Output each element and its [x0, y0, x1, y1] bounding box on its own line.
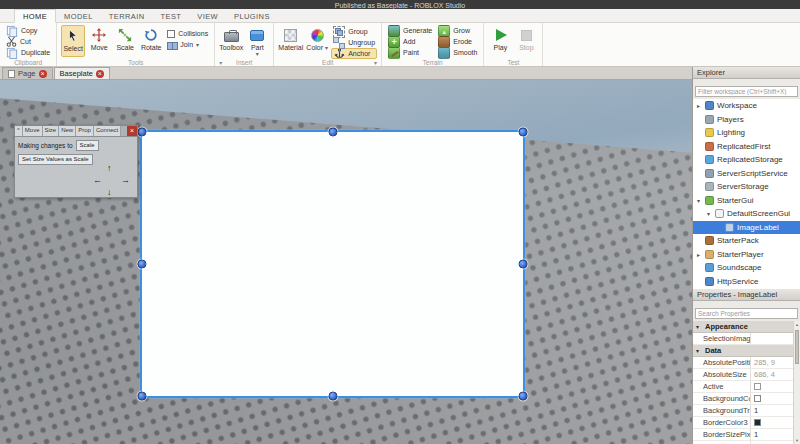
toolbox-button[interactable]: Toolbox	[219, 25, 243, 57]
ribbon-group-insert: Toolbox Part Insert	[215, 23, 274, 66]
tab-model[interactable]: MODEL	[56, 10, 101, 22]
tree-item-soundscape[interactable]: Soundscape	[693, 261, 800, 275]
close-icon[interactable]	[96, 70, 104, 78]
material-button[interactable]: Material	[278, 25, 303, 57]
expand-arrow-icon[interactable]	[695, 197, 702, 204]
tab-test[interactable]: TEST	[153, 10, 190, 22]
resize-tool-panel[interactable]: ^ Move Size New Prop Connect Making chan…	[14, 125, 138, 198]
panel-collapse-button[interactable]: ^	[15, 126, 23, 136]
terrain-smooth-button[interactable]: Smooth	[436, 47, 479, 58]
tab-home[interactable]: HOME	[14, 9, 56, 23]
section-data[interactable]: Data	[693, 345, 793, 357]
imagelabel-selection-rect[interactable]	[140, 130, 525, 398]
copy-button[interactable]: Copy	[4, 25, 52, 36]
resize-handle-top-left[interactable]	[138, 128, 147, 137]
terrain-add-button[interactable]: Add	[386, 36, 434, 47]
terrain-paint-button[interactable]: Paint	[386, 47, 434, 58]
properties-scrollbar[interactable]	[793, 321, 800, 444]
resize-handle-bottom-left[interactable]	[138, 392, 147, 401]
tab-view[interactable]: VIEW	[189, 10, 226, 22]
property-row[interactable]: AbsolutePosition 285, 9	[693, 357, 793, 369]
rotate-tool-button[interactable]: Rotate	[139, 25, 163, 57]
arrow-right-icon[interactable]: →	[121, 176, 130, 185]
duplicate-button[interactable]: Duplicate	[4, 47, 52, 58]
arrow-up-icon[interactable]: ↑	[107, 164, 112, 173]
color-swatch[interactable]	[754, 419, 761, 426]
property-row[interactable]: BackgroundColor3	[693, 393, 793, 405]
arrow-down-icon[interactable]: ↓	[107, 188, 112, 197]
close-icon[interactable]	[127, 126, 137, 136]
tree-item-imagelabel[interactable]: ImageLabel	[693, 221, 800, 235]
ungroup-button[interactable]: Ungroup	[331, 37, 377, 48]
property-row[interactable]: AbsoluteSize 686, 4	[693, 369, 793, 381]
search-properties-input[interactable]	[695, 308, 798, 319]
tab-plugins[interactable]: PLUGINS	[226, 10, 278, 22]
terrain-erode-button[interactable]: Erode	[436, 36, 479, 47]
section-appearance[interactable]: Appearance	[693, 321, 793, 333]
resize-handle-top-right[interactable]	[519, 128, 528, 137]
collisions-toggle[interactable]: Collisions	[165, 28, 210, 39]
scrollbar-thumb[interactable]	[795, 330, 799, 364]
panel-tab-move[interactable]: Move	[23, 126, 43, 136]
terrain-grow-button[interactable]: Grow	[436, 25, 479, 36]
resize-handle-top[interactable]	[328, 128, 337, 137]
terrain-generate-button[interactable]: Generate	[386, 25, 434, 36]
tree-item-replicatedstorage[interactable]: ReplicatedStorage	[693, 153, 800, 167]
tree-item-lighting[interactable]: Lighting	[693, 126, 800, 140]
set-size-values-button[interactable]: Set Size Values as Scale	[18, 154, 93, 165]
expand-arrow-icon[interactable]	[695, 251, 702, 258]
move-tool-button[interactable]: Move	[87, 25, 111, 57]
tree-item-replicatedfirst[interactable]: ReplicatedFirst	[693, 140, 800, 154]
resize-handle-right[interactable]	[519, 260, 528, 269]
tree-item-defaultscreengui[interactable]: DefaultScreenGui	[693, 207, 800, 221]
tree-item-workspace[interactable]: Workspace	[693, 99, 800, 113]
terrain-erode-icon	[438, 36, 450, 48]
cut-button[interactable]: Cut	[4, 36, 52, 47]
tree-item-serverstorage[interactable]: ServerStorage	[693, 180, 800, 194]
tree-item-starterplayer[interactable]: StarterPlayer	[693, 248, 800, 262]
anchor-button[interactable]: Anchor	[331, 48, 377, 59]
starterpack-icon	[705, 236, 714, 245]
explorer-filter	[693, 79, 800, 99]
property-row[interactable]: SelectionImageObject	[693, 333, 793, 345]
scale-tool-button[interactable]: Scale	[113, 25, 137, 57]
cut-scissors-icon	[6, 36, 17, 48]
stop-button[interactable]: Stop	[514, 25, 538, 57]
panel-tab-new[interactable]: New	[59, 126, 76, 136]
expand-arrow-icon[interactable]	[705, 210, 712, 217]
tab-page[interactable]: Page	[2, 67, 53, 79]
resize-handle-bottom-right[interactable]	[519, 392, 528, 401]
tree-item-serverscriptservice[interactable]: ServerScriptService	[693, 167, 800, 181]
property-row[interactable]: Active	[693, 381, 793, 393]
close-icon[interactable]	[39, 70, 47, 78]
color-swatch[interactable]	[754, 395, 761, 402]
tab-terrain[interactable]: TERRAIN	[101, 10, 153, 22]
tree-item-httpservice[interactable]: HttpService	[693, 275, 800, 289]
scale-mode-button[interactable]: Scale	[76, 140, 99, 151]
panel-tab-prop[interactable]: Prop	[76, 126, 94, 136]
resize-handle-left[interactable]	[138, 260, 147, 269]
properties-panel: Properties - ImageLabel Appearance Selec…	[693, 289, 800, 444]
duplicate-icon	[7, 47, 17, 57]
play-button[interactable]: Play	[488, 25, 512, 57]
tree-item-starterpack[interactable]: StarterPack	[693, 234, 800, 248]
expand-arrow-icon[interactable]	[695, 102, 702, 109]
property-row[interactable]: BorderColor3	[693, 417, 793, 429]
group-button[interactable]: Group	[331, 26, 377, 37]
tree-item-startergui[interactable]: StarterGui	[693, 194, 800, 208]
viewport-3d[interactable]: ^ Move Size New Prop Connect Making chan…	[0, 80, 692, 444]
panel-tab-size[interactable]: Size	[43, 126, 60, 136]
part-button[interactable]: Part	[245, 25, 269, 57]
panel-tab-connect[interactable]: Connect	[94, 126, 121, 136]
color-button[interactable]: Color	[305, 25, 329, 57]
resize-handle-bottom[interactable]	[328, 392, 337, 401]
join-dropdown[interactable]: Join	[165, 39, 210, 50]
property-row[interactable]: BorderSizePixel 1	[693, 429, 793, 441]
arrow-left-icon[interactable]: ←	[93, 176, 102, 185]
tree-item-players[interactable]: Players	[693, 113, 800, 127]
tab-baseplate[interactable]: Baseplate	[54, 67, 110, 79]
select-tool-button[interactable]: Select	[61, 25, 85, 57]
active-checkbox[interactable]	[754, 383, 761, 390]
property-row[interactable]: BackgroundTransparency 1	[693, 405, 793, 417]
filter-workspace-input[interactable]	[695, 86, 798, 97]
